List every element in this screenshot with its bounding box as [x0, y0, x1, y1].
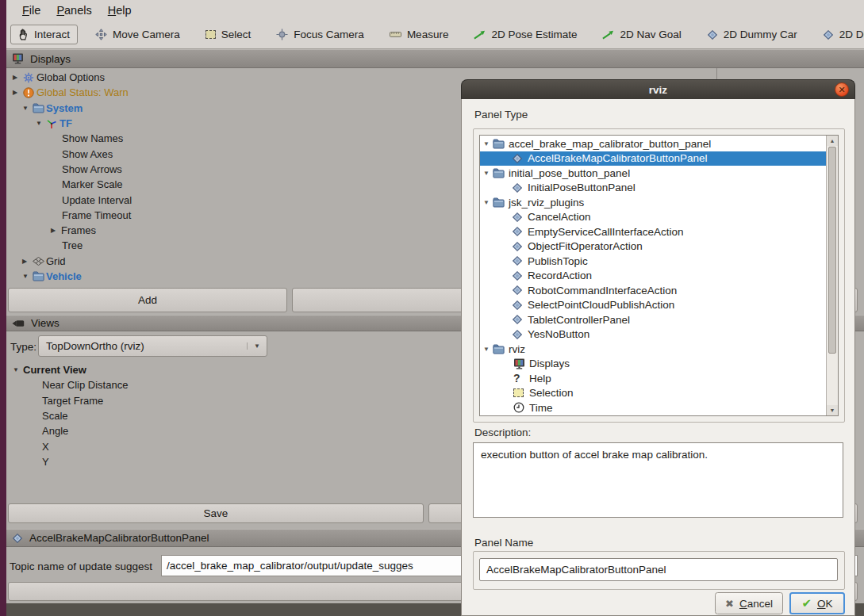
list-item[interactable]: ObjectFitOperatorAction: [480, 239, 827, 254]
plugin-diamond-icon: [512, 329, 523, 340]
expander-collapsed-icon[interactable]: ▶: [51, 227, 61, 234]
plugin-diamond-icon: [512, 300, 523, 311]
monitor-icon: [513, 358, 525, 369]
displays-panel-header[interactable]: Displays: [6, 49, 864, 68]
list-item-label: initial_pose_button_panel: [509, 167, 630, 179]
list-item-folder[interactable]: ▼jsk_rviz_plugins: [480, 195, 827, 210]
expander-expanded-icon[interactable]: ▼: [480, 170, 493, 177]
expander-expanded-icon[interactable]: ▼: [22, 105, 33, 112]
green-arrow-icon: [474, 30, 486, 40]
tree-item-label: Y: [42, 456, 49, 468]
tool-label: Select: [221, 29, 252, 40]
tool-2d-dummy-car[interactable]: 2D Dummy Car: [699, 25, 805, 44]
expander-collapsed-icon[interactable]: ▶: [22, 258, 33, 265]
scrollbar[interactable]: ▲ ▼: [826, 136, 838, 415]
menu-panels[interactable]: Panels: [48, 2, 99, 18]
move-arrows-icon: [95, 29, 107, 40]
ok-button[interactable]: ✔ OK: [789, 592, 845, 614]
list-item[interactable]: Time: [480, 400, 827, 415]
tool-move-camera[interactable]: Move Camera: [87, 25, 188, 44]
list-item-folder[interactable]: ▼rviz: [480, 342, 827, 357]
expander-expanded-icon[interactable]: ▼: [36, 120, 46, 127]
list-item-label: EmptyServiceCallInterfaceAction: [528, 226, 684, 238]
chevron-down-icon: ▼: [247, 342, 267, 350]
list-item-label: Displays: [529, 358, 570, 369]
cancel-x-icon: ✖: [725, 598, 734, 610]
list-item-label: RobotCommandInterfaceAction: [528, 285, 677, 297]
folder-icon: [493, 197, 505, 208]
plugin-diamond-icon: [512, 153, 523, 164]
folder-icon: [33, 271, 44, 281]
panel-divider: [716, 68, 717, 80]
list-item[interactable]: ?Help: [480, 371, 827, 386]
expander-expanded-icon[interactable]: ▼: [480, 346, 493, 353]
plugin-diamond-icon: [512, 314, 523, 325]
tool-select[interactable]: Select: [198, 25, 259, 44]
panel-type-list[interactable]: ▼accel_brake_map_calibrator_button_panel…: [479, 135, 839, 416]
list-item[interactable]: TabletControllerPanel: [480, 312, 827, 327]
close-icon[interactable]: ✕: [835, 82, 849, 97]
folder-icon: [493, 139, 505, 149]
list-item-label: CancelAction: [528, 211, 591, 223]
list-item[interactable]: InitialPoseButtonPanel: [480, 181, 827, 196]
selection-box-icon: [513, 388, 524, 397]
tool-label: 2D Pose Estimate: [491, 29, 577, 40]
topic-input-value: /accel_brake_map_calibrator/output/updat…: [167, 560, 413, 572]
list-item[interactable]: RobotCommandInterfaceAction: [480, 283, 827, 298]
monitor-icon: [12, 53, 24, 64]
gear-icon: [23, 72, 34, 83]
cancel-button[interactable]: ✖ Cancel: [715, 592, 783, 614]
list-item[interactable]: Displays: [480, 357, 827, 372]
tool-interact[interactable]: Interact: [10, 25, 78, 44]
scroll-up-icon[interactable]: ▲: [827, 136, 838, 146]
save-button[interactable]: Save: [8, 503, 424, 523]
tool-2d-dummy-pedestrian[interactable]: 2D Dummy Pedestrian: [815, 25, 864, 44]
dialog-title: rviz: [649, 84, 667, 96]
list-item[interactable]: Selection: [480, 386, 827, 401]
list-item[interactable]: RecordAction: [480, 269, 827, 284]
panel-name-value: AccelBrakeMapCalibratorButtonPanel: [486, 564, 666, 576]
list-item-label: PublishTopic: [528, 255, 588, 267]
expander-collapsed-icon[interactable]: ▶: [13, 89, 23, 96]
description-label: Description:: [474, 427, 531, 438]
tool-focus-camera[interactable]: Focus Camera: [268, 25, 372, 44]
view-type-combobox[interactable]: TopDownOrtho (rviz) ▼: [38, 335, 267, 357]
list-item-label: YesNoButton: [528, 328, 589, 340]
desktop-edge-strip: [0, 0, 6, 616]
scroll-down-icon[interactable]: ▼: [827, 405, 838, 415]
list-item-label: SelectPointCloudPublishAction: [528, 299, 674, 311]
expander-expanded-icon[interactable]: ▼: [480, 199, 493, 206]
tool-label: Measure: [407, 29, 449, 40]
scrollbar-handle[interactable]: [828, 147, 836, 354]
expander-expanded-icon[interactable]: ▼: [22, 273, 33, 280]
add-button[interactable]: Add: [8, 288, 287, 312]
list-item-label: InitialPoseButtonPanel: [528, 182, 636, 193]
dialog-title-bar[interactable]: rviz ✕: [461, 79, 855, 99]
tool-2d-pose-estimate[interactable]: 2D Pose Estimate: [466, 25, 585, 44]
list-item-folder[interactable]: ▼initial_pose_button_panel: [480, 166, 827, 181]
list-item[interactable]: EmptyServiceCallInterfaceAction: [480, 224, 827, 239]
list-item[interactable]: CancelAction: [480, 210, 827, 225]
panel-name-input[interactable]: AccelBrakeMapCalibratorButtonPanel: [479, 558, 838, 581]
list-item[interactable]: SelectPointCloudPublishAction: [480, 298, 827, 313]
list-item-label: jsk_rviz_plugins: [509, 197, 584, 209]
list-item[interactable]: PublishTopic: [480, 254, 827, 269]
tree-item-label: Global Status: Warn: [36, 86, 129, 98]
dialog-body: Panel Type ▼accel_brake_map_calibrator_b…: [461, 99, 855, 616]
tool-measure[interactable]: Measure: [382, 25, 457, 44]
menu-help[interactable]: Help: [100, 2, 140, 18]
folder-icon: [493, 168, 505, 178]
list-item[interactable]: YesNoButton: [480, 327, 827, 342]
tool-2d-nav-goal[interactable]: 2D Nav Goal: [594, 25, 689, 44]
menu-file[interactable]: File: [14, 2, 48, 18]
list-item-folder[interactable]: ▼accel_brake_map_calibrator_button_panel: [480, 136, 827, 151]
green-arrow-icon: [602, 30, 614, 40]
list-item-selected[interactable]: AccelBrakeMapCalibratorButtonPanel: [480, 151, 827, 166]
tree-item-label: System: [46, 102, 83, 114]
tool-label: 2D Dummy Pedestrian: [839, 29, 864, 40]
combobox-value: TopDownOrtho (rviz): [46, 340, 144, 352]
list-item-label: ObjectFitOperatorAction: [528, 240, 643, 252]
expander-collapsed-icon[interactable]: ▶: [13, 74, 23, 81]
expander-expanded-icon[interactable]: ▼: [13, 366, 23, 373]
expander-expanded-icon[interactable]: ▼: [480, 140, 493, 147]
